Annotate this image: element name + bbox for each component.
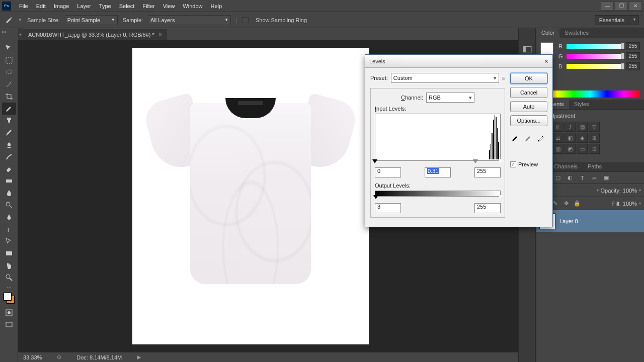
selective-color-adj-icon[interactable]: ⊡ [589,144,600,154]
edit-toolbar-icon[interactable]: ⋯ [2,284,16,291]
preset-select[interactable]: Custom [391,73,499,83]
menu-select[interactable]: Select [115,2,139,11]
menu-filter[interactable]: Filter [138,2,158,11]
healing-brush-tool[interactable] [2,115,16,127]
pen-tool[interactable] [2,211,16,223]
input-white-field[interactable]: 255 [474,167,501,177]
channel-mixer-adj-icon[interactable]: ⊞ [589,133,600,143]
paths-tab[interactable]: Paths [583,162,607,171]
foreground-color[interactable] [4,293,12,301]
options-button[interactable]: Options... [510,115,547,126]
g-value[interactable]: 255 [626,52,640,60]
black-point-slider[interactable] [372,159,377,163]
curves-adj-icon[interactable]: ⤴ [565,122,576,132]
opacity-value[interactable]: 100% [623,188,637,194]
tab-strip-toggle-icon[interactable]: ▸ [18,28,23,40]
info-icon[interactable]: ⊙ [57,354,61,360]
collapsed-panel-icon[interactable] [521,43,533,55]
quick-mask-icon[interactable] [2,307,16,319]
filter-smart-icon[interactable]: ▣ [602,173,611,183]
exposure-adj-icon[interactable]: ▤ [577,122,588,132]
sample-size-select[interactable]: Point Sample▼ [65,15,118,25]
filter-type-icon[interactable]: T [578,173,587,183]
channel-select[interactable]: RGB [426,93,474,103]
gradient-tool[interactable] [2,175,16,187]
input-black-field[interactable]: 0 [375,167,401,177]
menu-view[interactable]: View [159,2,179,11]
preset-menu-icon[interactable]: ≡ [502,75,505,81]
eyedropper-tool[interactable] [2,103,16,115]
status-arrow-icon[interactable]: ▶ [137,354,141,360]
posterize-adj-icon[interactable]: ▥ [552,144,564,154]
color-balance-adj-icon[interactable]: ⚖ [552,133,564,143]
zoom-level[interactable]: 33.33% [23,354,42,360]
dialog-close-icon[interactable]: × [544,57,548,65]
input-gamma-field[interactable]: 0.31 [425,167,451,177]
zoom-tool[interactable] [2,272,16,284]
ok-button[interactable]: OK [510,73,547,84]
move-tool[interactable] [2,42,16,54]
chevron-down-icon[interactable]: ▼ [18,18,22,22]
close-tab-icon[interactable]: × [158,31,162,38]
filter-pixel-icon[interactable]: ▢ [553,173,562,183]
document-tab[interactable]: ACN0016WHT_a.jpg @ 33.3% (Layer 0, RGB/8… [23,29,167,40]
brush-tool[interactable] [2,127,16,139]
filter-adj-icon[interactable]: ◐ [566,173,575,183]
auto-button[interactable]: Auto [510,101,547,112]
expand-left-icon[interactable]: ▸▸ [2,29,7,34]
maximize-button[interactable]: ❐ [615,2,628,11]
gradient-map-adj-icon[interactable]: ▭ [577,144,588,154]
marquee-tool[interactable] [2,54,16,66]
dodge-tool[interactable] [2,199,16,211]
color-spectrum[interactable] [540,90,640,98]
white-point-slider[interactable] [498,159,503,163]
output-white-slider[interactable] [498,195,503,199]
preview-checkbox[interactable]: ✓ [510,161,516,167]
r-value[interactable]: 255 [626,42,640,50]
input-slider-track[interactable] [375,159,501,164]
eraser-tool[interactable] [2,163,16,175]
white-eyedropper-icon[interactable] [536,133,546,143]
menu-window[interactable]: Window [179,2,206,11]
r-slider[interactable] [567,44,623,49]
g-slider[interactable] [567,54,623,59]
output-black-field[interactable]: 3 [375,203,401,213]
lock-all-icon[interactable]: 🔒 [573,199,582,208]
cancel-button[interactable]: Cancel [510,87,547,98]
bw-adj-icon[interactable]: ◧ [565,133,576,143]
b-slider[interactable] [567,64,623,69]
styles-tab[interactable]: Styles [569,100,594,109]
output-white-field[interactable]: 255 [474,203,501,213]
color-swatches[interactable] [4,293,15,304]
output-slider-track[interactable] [375,195,501,200]
vibrance-adj-icon[interactable]: ▽ [589,122,600,132]
type-tool[interactable]: T [2,223,16,235]
gray-eyedropper-icon[interactable] [523,133,533,143]
path-select-tool[interactable] [2,235,16,247]
clone-stamp-tool[interactable] [2,139,16,151]
swatches-tab[interactable]: Swatches [559,28,594,38]
menu-edit[interactable]: Edit [32,2,50,11]
menu-layer[interactable]: Layer [73,2,95,11]
workspace-select[interactable]: Essentials▾ [595,15,639,25]
history-brush-tool[interactable] [2,151,16,163]
b-value[interactable]: 255 [626,62,640,70]
lasso-tool[interactable] [2,66,16,78]
menu-help[interactable]: Help [206,2,226,11]
menu-file[interactable]: File [15,2,32,11]
gamma-slider[interactable] [473,159,478,163]
layer-name[interactable]: Layer 0 [559,218,578,224]
black-eyedropper-icon[interactable] [510,133,520,143]
close-window-button[interactable]: ✕ [629,2,642,11]
threshold-adj-icon[interactable]: ◩ [565,144,576,154]
menu-type[interactable]: Type [95,2,115,11]
fill-value[interactable]: 100% [623,201,637,207]
rectangle-tool[interactable] [2,247,16,259]
lock-position-icon[interactable]: ✥ [561,199,571,208]
show-sampling-ring-checkbox[interactable] [243,17,249,23]
levels-adj-icon[interactable]: ⊪ [552,122,564,132]
menu-image[interactable]: Image [50,2,73,11]
sample-select[interactable]: All Layers▼ [148,15,231,25]
panel-foreground-swatch[interactable] [540,42,553,55]
color-tab[interactable]: Color [536,28,559,38]
